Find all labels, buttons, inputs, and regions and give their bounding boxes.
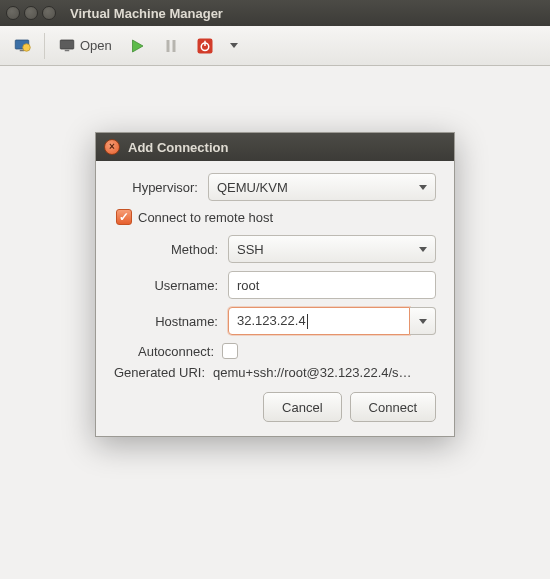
autoconnect-checkbox[interactable] [222,343,238,359]
hypervisor-label: Hypervisor: [114,180,198,195]
open-button[interactable]: Open [51,30,119,62]
monitor-icon [58,37,76,55]
generated-uri-value: qemu+ssh://root@32.123.22.4/s… [213,365,436,380]
svg-rect-6 [172,40,175,52]
close-window-icon[interactable] [6,6,20,20]
hypervisor-value: QEMU/KVM [217,180,288,195]
new-vm-button[interactable] [6,30,38,62]
method-label: Method: [140,242,218,257]
cancel-button[interactable]: Cancel [263,392,341,422]
chevron-down-icon [419,319,427,324]
monitor-new-icon [13,37,31,55]
dialog-close-button[interactable]: × [104,139,120,155]
shutdown-button[interactable] [189,30,221,62]
chevron-down-icon [419,247,427,252]
svg-rect-5 [166,40,169,52]
hostname-dropdown-button[interactable] [410,307,436,335]
username-value: root [237,278,259,293]
chevron-down-icon [230,43,238,48]
hostname-input[interactable]: 32.123.22.4 [228,307,410,335]
shutdown-menu-button[interactable] [223,30,245,62]
main-titlebar: Virtual Machine Manager [0,0,550,26]
remote-host-checkbox[interactable]: ✓ [116,209,132,225]
pause-button[interactable] [155,30,187,62]
connect-button[interactable]: Connect [350,392,436,422]
username-input[interactable]: root [228,271,436,299]
toolbar: Open [0,26,550,66]
run-button[interactable] [121,30,153,62]
close-icon: × [109,142,115,152]
play-icon [128,37,146,55]
dialog-title: Add Connection [128,140,228,155]
svg-rect-3 [60,40,74,49]
add-connection-dialog: × Add Connection Hypervisor: QEMU/KVM ✓ … [95,132,455,437]
open-button-label: Open [80,38,112,53]
generated-uri-label: Generated URI: [114,365,205,380]
hypervisor-select[interactable]: QEMU/KVM [208,173,436,201]
power-icon [196,37,214,55]
svg-point-2 [23,43,31,51]
hostname-value: 32.123.22.4 [237,313,308,329]
username-label: Username: [140,278,218,293]
method-select[interactable]: SSH [228,235,436,263]
hostname-label: Hostname: [140,314,218,329]
autoconnect-label: Autoconnect: [114,344,214,359]
window-controls [6,6,56,20]
main-window-title: Virtual Machine Manager [70,6,223,21]
dialog-titlebar: × Add Connection [96,133,454,161]
pause-icon [162,37,180,55]
toolbar-separator [44,33,45,59]
svg-rect-4 [65,49,70,51]
chevron-down-icon [419,185,427,190]
maximize-window-icon[interactable] [42,6,56,20]
remote-host-label: Connect to remote host [138,210,273,225]
minimize-window-icon[interactable] [24,6,38,20]
method-value: SSH [237,242,264,257]
